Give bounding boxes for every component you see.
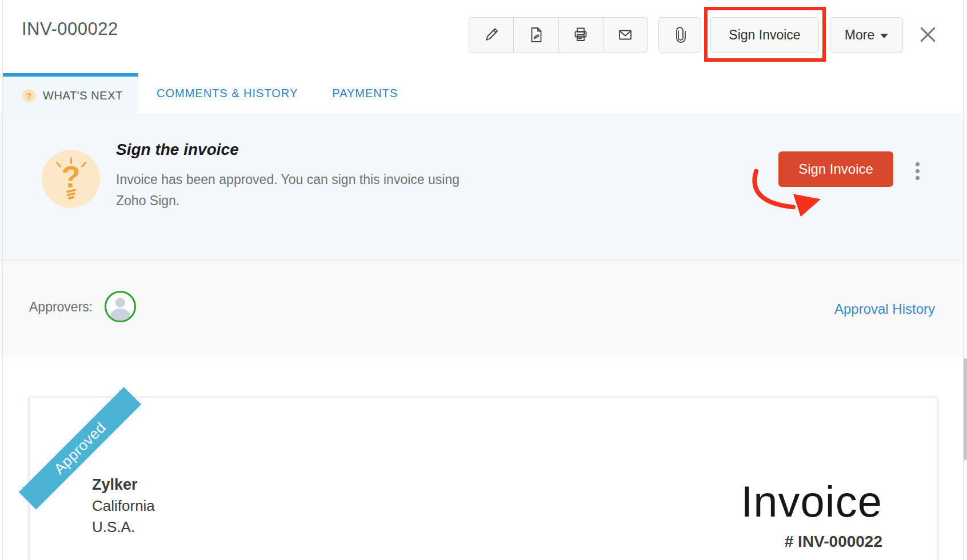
sign-invoice-primary-label: Sign Invoice (798, 161, 873, 177)
tab-whats-next-label: WHAT'S NEXT (43, 89, 123, 102)
help-question-icon: ? (22, 89, 35, 102)
avatar-person-icon (115, 298, 125, 307)
page-title: INV-000022 (22, 19, 118, 39)
approver-avatar (105, 291, 136, 322)
attachments-button[interactable] (658, 17, 701, 53)
pdf-file-icon (527, 26, 545, 44)
lightbulb-tip-icon: ? (42, 150, 100, 208)
chevron-down-icon (880, 34, 888, 38)
sign-invoice-toolbar-button[interactable]: Sign Invoice (710, 17, 819, 53)
vertical-scrollbar-thumb[interactable] (964, 358, 967, 460)
sign-invoice-toolbar-label: Sign Invoice (729, 27, 800, 43)
tab-comments-history[interactable]: COMMENTS & HISTORY (157, 87, 298, 100)
toolbar-icon-group (469, 17, 648, 53)
paperclip-icon (672, 26, 689, 44)
export-pdf-button[interactable] (514, 18, 558, 52)
company-state: California (92, 495, 155, 517)
overflow-menu-icon[interactable] (914, 161, 921, 181)
whats-next-panel: ? Sign the invoice Invoice has been appr… (0, 114, 964, 261)
header: INV-000022 (0, 0, 967, 73)
invoice-document-title: Invoice (741, 478, 882, 526)
approvers-section: Approvers: Approval History (0, 261, 964, 357)
invoice-title-block: Invoice # INV-000022 (741, 478, 882, 551)
pencil-icon (482, 26, 501, 44)
vertical-scrollbar-track (963, 0, 967, 560)
email-button[interactable] (604, 18, 648, 52)
tab-whats-next[interactable]: ? WHAT'S NEXT (3, 73, 138, 114)
document-preview-area: Approved Zylker California U.S.A. Invoic… (0, 357, 964, 560)
page-left-border (2, 0, 3, 560)
edit-button[interactable] (469, 18, 514, 52)
printer-icon (572, 26, 590, 44)
tab-payments[interactable]: PAYMENTS (332, 87, 398, 100)
close-icon[interactable] (918, 25, 938, 45)
tab-bar: ? WHAT'S NEXT COMMENTS & HISTORY PAYMENT… (0, 73, 964, 114)
panel-description: Invoice has been approved. You can sign … (116, 169, 459, 211)
invoice-detail-page: INV-000022 (0, 0, 967, 560)
more-button[interactable]: More (830, 17, 903, 53)
approval-history-link[interactable]: Approval History (834, 301, 935, 317)
invoice-document-number: # INV-000022 (741, 533, 882, 551)
panel-heading: Sign the invoice (116, 141, 239, 159)
more-button-label: More (845, 27, 874, 43)
company-country: U.S.A. (92, 517, 155, 538)
approvers-label: Approvers: (29, 299, 93, 315)
envelope-icon (616, 26, 634, 44)
company-name: Zylker (92, 474, 155, 495)
invoice-paper: Approved Zylker California U.S.A. Invoic… (29, 397, 937, 560)
print-button[interactable] (559, 18, 604, 52)
sign-invoice-primary-button[interactable]: Sign Invoice (778, 151, 893, 187)
company-address-block: Zylker California U.S.A. (92, 474, 155, 538)
